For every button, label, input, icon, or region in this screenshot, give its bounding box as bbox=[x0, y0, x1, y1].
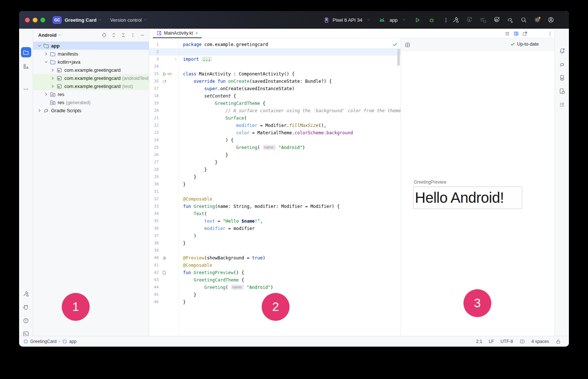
zoom-window-button[interactable] bbox=[40, 18, 45, 22]
sync-bug-icon[interactable] bbox=[493, 17, 500, 23]
code-line-19[interactable]: 19 GreetingCardTheme { bbox=[149, 100, 401, 107]
code-line-3[interactable]: 3import ... bbox=[149, 56, 401, 63]
caret-position[interactable]: 2:1 bbox=[476, 339, 482, 344]
run-button[interactable] bbox=[414, 17, 420, 23]
hide-panel-icon[interactable] bbox=[140, 32, 145, 38]
gradle-sync-icon[interactable] bbox=[507, 17, 513, 23]
project-view-selector[interactable]: Android bbox=[38, 32, 57, 38]
tree-item-kotlin-java[interactable]: kotlin+java bbox=[33, 58, 149, 66]
file-encoding[interactable]: UTF-8 bbox=[501, 339, 513, 344]
preview-run-icon[interactable] bbox=[162, 270, 167, 275]
code-line-18[interactable]: 18 setContent { bbox=[149, 92, 401, 100]
code-line-28[interactable]: 28 } bbox=[149, 166, 401, 173]
editor-list-icon[interactable] bbox=[505, 31, 510, 36]
code-line-43[interactable]: 43 GreetingCardTheme { bbox=[149, 276, 401, 284]
chevron-down-icon[interactable] bbox=[98, 18, 102, 22]
tool-button-running-devices-icon[interactable] bbox=[557, 86, 567, 96]
build-hammer-icon[interactable] bbox=[452, 17, 459, 23]
editor-split-icon[interactable] bbox=[513, 31, 519, 36]
code-line-20[interactable]: 20 // A surface container using the 'bac… bbox=[149, 107, 401, 114]
vcs-button[interactable]: Version control bbox=[110, 17, 142, 23]
code-line-26[interactable]: 26 } bbox=[149, 151, 401, 159]
locate-file-icon[interactable] bbox=[101, 32, 107, 38]
code-line-42[interactable]: 42fun GreetingPreview() { bbox=[149, 269, 401, 276]
code-line-33[interactable]: 33fun Greeting(name: String, modifier: M… bbox=[149, 203, 401, 210]
indent-style[interactable]: 4 spaces bbox=[531, 339, 549, 344]
build-analyzer-icon[interactable] bbox=[480, 17, 486, 23]
editor-scrollbar[interactable] bbox=[397, 49, 400, 66]
code-line-27[interactable]: 27 } bbox=[149, 159, 401, 166]
tab-mainactivity[interactable]: MainActivity.kt × bbox=[153, 29, 202, 38]
chevron-right-icon[interactable] bbox=[37, 108, 42, 113]
code-line-37[interactable]: 37 ) bbox=[149, 232, 401, 240]
close-window-button[interactable] bbox=[25, 18, 30, 22]
code-line-24[interactable]: 24 ) { bbox=[149, 137, 401, 144]
code-line-30[interactable]: 30} bbox=[149, 181, 401, 188]
close-tab-icon[interactable]: × bbox=[195, 31, 198, 36]
panel-options-kebab-icon[interactable] bbox=[130, 32, 136, 38]
tree-item-Gradle-Scripts[interactable]: Gradle Scripts bbox=[33, 106, 149, 114]
tool-button-logcat-cat-icon[interactable] bbox=[21, 302, 31, 312]
tree-item-manifests[interactable]: manifests bbox=[33, 50, 149, 58]
chevron-down-icon[interactable] bbox=[43, 59, 49, 65]
tool-button-project-folder-icon[interactable] bbox=[21, 47, 31, 57]
code-line-25[interactable]: 25 Greeting( name: "Android") bbox=[149, 144, 401, 151]
run-configuration[interactable]: app bbox=[390, 17, 398, 23]
chevron-right-icon[interactable] bbox=[43, 51, 49, 57]
preview-render-frame[interactable]: Hello Android! bbox=[413, 187, 522, 209]
code-line-15[interactable]: 15</>class MainActivity : ComponentActiv… bbox=[149, 70, 401, 78]
tree-item-res[interactable]: res(generated) bbox=[33, 98, 149, 106]
account-avatar-icon[interactable] bbox=[548, 17, 554, 23]
breadcrumb-module[interactable]: app bbox=[69, 339, 76, 344]
code-line-16[interactable]: 16 override fun onCreate(savedInstanceSt… bbox=[149, 78, 401, 85]
tool-button-resource-manager-icon[interactable] bbox=[21, 61, 31, 71]
code-line-29[interactable]: 29 } bbox=[149, 173, 401, 181]
chevron-right-icon[interactable] bbox=[50, 67, 55, 73]
code-line-22[interactable]: 22 modifier = Modifier.fillMaxSize(), bbox=[149, 122, 401, 129]
tree-item-app[interactable]: app bbox=[33, 42, 149, 50]
line-separator[interactable]: LF bbox=[489, 339, 494, 344]
code-area[interactable]: 1package com.example.greetingcard23impor… bbox=[149, 38, 401, 336]
highlighting-level-icon[interactable] bbox=[520, 339, 525, 344]
minimize-window-button[interactable] bbox=[33, 18, 37, 22]
code-line-36[interactable]: 36 modifier = modifier bbox=[149, 225, 401, 232]
code-line-44[interactable]: 44 Greeting( name: "Android") bbox=[149, 284, 401, 291]
tool-button-gradle-elephant-icon[interactable] bbox=[557, 59, 567, 70]
preview-layout-grid-icon[interactable] bbox=[405, 42, 410, 48]
code-line-23[interactable]: 23 color = MaterialTheme.colorScheme.bac… bbox=[149, 129, 401, 137]
chevron-right-icon[interactable] bbox=[50, 84, 55, 89]
gear-icon[interactable] bbox=[162, 256, 167, 261]
code-line-14[interactable]: 14 bbox=[149, 63, 401, 70]
settings-gear-icon[interactable] bbox=[534, 17, 541, 23]
inspections-ok-check-icon[interactable] bbox=[392, 42, 398, 47]
code-line-21[interactable]: 21 Surface( bbox=[149, 114, 401, 122]
collapse-all-icon[interactable] bbox=[121, 32, 126, 38]
code-line-41[interactable]: 41@Composable bbox=[149, 262, 401, 269]
editor-kebab-icon[interactable] bbox=[547, 31, 553, 36]
expand-all-icon[interactable] bbox=[111, 32, 116, 38]
editor-float-icon[interactable] bbox=[522, 31, 528, 36]
code-tag-icon[interactable]: </> bbox=[167, 72, 172, 77]
code-line-32[interactable]: 32@Composable bbox=[149, 195, 401, 203]
chevron-right-icon[interactable] bbox=[43, 92, 49, 97]
chevron-right-icon[interactable] bbox=[50, 75, 55, 81]
code-line-2[interactable]: 2 bbox=[149, 48, 401, 56]
unlocked-padlock-icon[interactable] bbox=[556, 339, 561, 344]
code-line-38[interactable]: 38} bbox=[149, 240, 401, 247]
code-line-31[interactable]: 31 bbox=[149, 188, 401, 195]
tool-button-more-horizontal-icon[interactable] bbox=[21, 84, 31, 94]
preview-composable-label[interactable]: GreetingPreview bbox=[414, 180, 447, 185]
tool-button-build-hammer-icon[interactable] bbox=[21, 288, 31, 299]
override-icon[interactable] bbox=[162, 79, 167, 84]
chevron-down-icon[interactable] bbox=[58, 33, 62, 37]
project-name[interactable]: Greeting Card bbox=[65, 17, 97, 23]
debug-button[interactable] bbox=[429, 17, 435, 23]
chevron-down-icon[interactable] bbox=[37, 43, 42, 49]
tool-button-bullet-list-icon[interactable] bbox=[557, 99, 567, 110]
more-actions-kebab-icon[interactable] bbox=[443, 17, 449, 23]
tree-item-com-example-greetingcard[interactable]: com.example.greetingcard bbox=[33, 66, 149, 74]
search-icon[interactable] bbox=[520, 17, 527, 23]
fold-chevron-icon[interactable] bbox=[173, 57, 178, 61]
code-line-17[interactable]: 17 super.onCreate(savedInstanceState) bbox=[149, 85, 401, 92]
chevron-down-icon[interactable] bbox=[402, 18, 406, 22]
